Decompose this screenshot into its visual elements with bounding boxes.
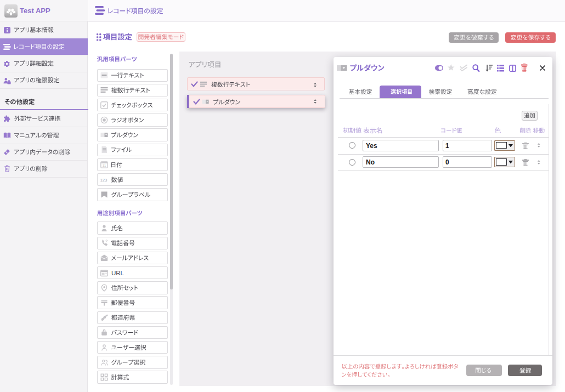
svg-text:31: 31: [103, 164, 106, 168]
svg-text:123: 123: [100, 178, 107, 183]
